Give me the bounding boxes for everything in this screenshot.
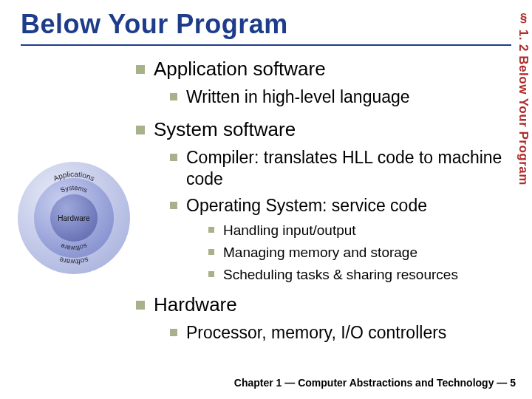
square-bullet-icon [170,202,177,209]
heading-text: Application software [154,58,326,81]
slide-footer: Chapter 1 — Computer Abstractions and Te… [234,377,516,389]
bullet-io: Handling input/output [208,222,505,239]
bullet-text: Operating System: service code [186,195,427,216]
bullet-text: Scheduling tasks & sharing resources [223,267,458,283]
slide-title: Below Your Program [21,9,511,40]
slide: Below Your Program § 1. 2 Below Your Pro… [0,0,532,399]
heading-text: System software [154,118,296,141]
title-area: Below Your Program [0,0,532,46]
square-bullet-icon [136,65,145,74]
section-reference: § 1. 2 Below Your Program [511,6,531,191]
heading-text: Hardware [154,293,237,316]
square-bullet-icon [170,154,177,161]
title-underline [21,44,511,46]
bullet-compiler: Compiler: translates HLL code to machine… [170,147,505,190]
square-bullet-icon [208,227,214,233]
bullet-text: Written in high-level language [186,86,410,108]
bullet-application-software: Application software [136,58,505,81]
square-bullet-icon [170,329,177,336]
square-bullet-icon [208,271,214,277]
square-bullet-icon [208,249,214,255]
bullet-text: Compiler: translates HLL code to machine… [186,147,505,190]
bullet-hardware: Hardware [136,293,505,316]
bullet-text: Handling input/output [223,222,356,239]
square-bullet-icon [136,126,145,134]
label-hardware: Hardware [58,214,90,222]
bullet-hll: Written in high-level language [170,86,505,108]
layers-diagram: Applications software Systems software H… [15,159,133,277]
square-bullet-icon [170,93,177,100]
bullet-system-software: System software [136,118,505,141]
bullet-text: Processor, memory, I/O controllers [186,322,446,344]
bullet-text: Managing memory and storage [223,245,417,261]
bullet-scheduling: Scheduling tasks & sharing resources [208,267,505,283]
bullet-processor: Processor, memory, I/O controllers [170,322,505,344]
bullet-os: Operating System: service code [170,195,505,216]
square-bullet-icon [136,301,145,310]
bullet-memory: Managing memory and storage [208,245,505,261]
